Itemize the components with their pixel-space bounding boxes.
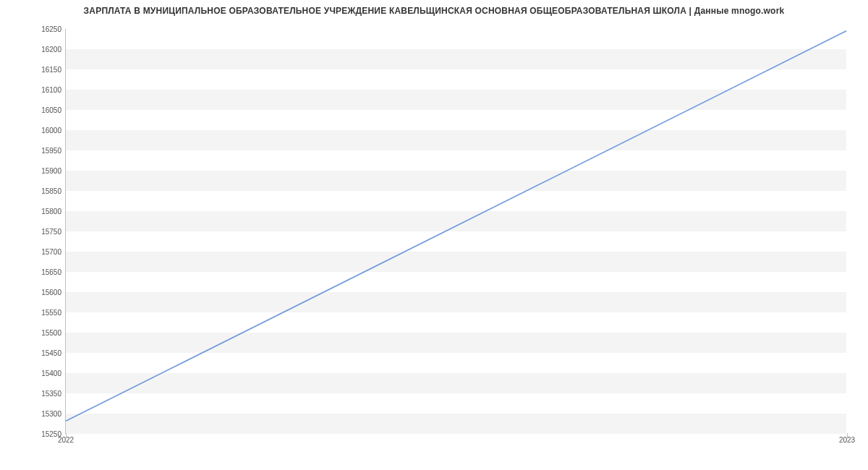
y-tick-label: 15800 — [41, 208, 61, 215]
line-series — [66, 29, 846, 433]
y-tick-label: 16150 — [41, 66, 61, 74]
chart-title: ЗАРПЛАТА В МУНИЦИПАЛЬНОЕ ОБРАЗОВАТЕЛЬНОЕ… — [0, 6, 868, 16]
y-tick-label: 16050 — [41, 106, 61, 114]
series-line — [66, 31, 846, 421]
x-tick — [847, 433, 848, 437]
y-tick-label: 16100 — [41, 86, 61, 94]
chart-container: ЗАРПЛАТА В МУНИЦИПАЛЬНОЕ ОБРАЗОВАТЕЛЬНОЕ… — [0, 0, 868, 470]
y-tick-label: 15850 — [41, 187, 61, 195]
y-tick-label: 15950 — [41, 147, 61, 155]
y-tick-label: 15500 — [41, 329, 61, 337]
y-tick-label: 15400 — [41, 369, 61, 377]
plot-area: 1525015300153501540015450155001555015600… — [65, 29, 846, 434]
y-tick-label: 15900 — [41, 167, 61, 175]
y-tick-label: 15300 — [41, 410, 61, 418]
y-tick-label: 15550 — [41, 309, 61, 317]
y-tick-label: 15600 — [41, 289, 61, 296]
y-tick-label: 15700 — [41, 248, 61, 256]
y-tick-label: 16200 — [41, 46, 61, 54]
y-tick-label: 16000 — [41, 127, 61, 134]
x-tick — [66, 433, 67, 437]
y-tick-label: 15450 — [41, 349, 61, 357]
y-tick-label: 15350 — [41, 390, 61, 398]
y-tick-label: 15650 — [41, 268, 61, 276]
y-tick-label: 16250 — [41, 25, 61, 33]
y-tick-label: 15750 — [41, 228, 61, 236]
